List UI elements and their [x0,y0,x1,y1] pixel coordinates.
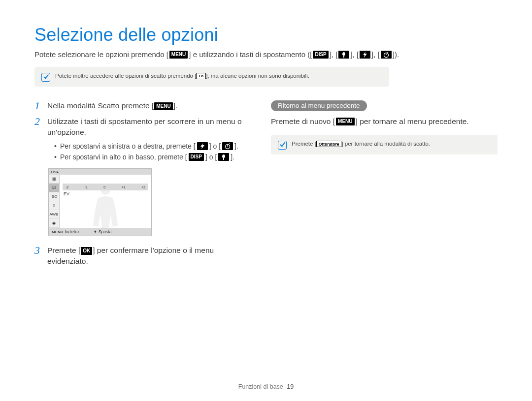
footer-section: Funzioni di base [238,383,283,390]
cs-ev-bar: -2 -1 0 +1 +2 [63,184,148,190]
timer-icon [381,51,392,59]
step2-text: Utilizzate i tasti di spostamento per sc… [47,117,242,136]
sub1-p2: ] o [ [209,141,221,152]
ev-tick-1: -1 [85,185,88,189]
note-box-shutter: Premete [Otturatore] per tornare alla mo… [271,135,498,154]
note-text-fn: Potete inoltre accedere alle opzioni di … [55,72,309,80]
step-2: 2 Utilizzate i tasti di spostamento per … [34,116,253,162]
cs-sbicon-3: ☺ [49,201,59,210]
cs-sbicon-5: ◉ [49,219,59,228]
sub1-p3: ]. [234,141,238,152]
step-1: 1 Nella modalità Scatto premete [MENU]. [34,100,253,111]
cs-footer-move: ✦Sposta [94,229,111,234]
cs-footer: MENUIndietro ✦Sposta [49,228,151,236]
step-2-body: Utilizzate i tasti di spostamento per sc… [47,116,253,162]
cs-sbicon-2: ISO [49,192,59,201]
section-pill: Ritorno al menu precedente [271,100,367,111]
menu-key-icon: MENU [154,102,172,110]
ok-key-icon: OK [81,247,92,255]
ev-tick-4: +2 [141,185,145,189]
footer-page-number: 19 [287,383,294,390]
step-2-sublist: Per spostarvi a sinistra o a destra, pre… [47,141,253,162]
ev-tick-3: +1 [122,185,126,189]
step-1-number: 1 [34,100,42,111]
intro-text-6: ]). [393,49,399,60]
cs-sbicon-0: ▦ [49,175,59,184]
menu-key-icon: MENU [336,118,354,125]
step-1-body: Nella modalità Scatto premete [MENU]. [47,100,177,111]
cs-body: ▦ ☑ ISO ☺ AWB ◉ -2 -1 [49,175,151,228]
flash-icon [197,142,208,150]
step2-sub2: Per spostarvi in alto o in basso, premet… [54,152,253,162]
flash-icon [360,51,370,59]
right-column: Ritorno al menu precedente Premete di nu… [271,100,498,272]
disp-key-icon: DISP [189,153,204,161]
timer-icon [222,142,233,150]
note-icon [41,73,50,82]
cs-footer-back-label: Indietro [65,229,79,234]
step-3-body: Premete [OK] per confermare l'opzione o … [47,245,253,267]
cs-footer-move-key: ✦ [94,230,97,234]
intro-text-5: ], [ [371,49,380,60]
ev-tick-0: -2 [66,185,68,189]
right-paragraph: Premete di nuovo [ MENU ] per tornare al… [271,116,498,127]
left-column: 1 Nella modalità Scatto premete [MENU]. … [34,100,253,272]
cs-footer-back-key: MENU [52,230,64,234]
page-footer: Funzioni di base 19 [0,383,532,390]
sub2-p1: Per spostarvi in alto o in basso, premet… [60,152,187,162]
step1-text1: Nella modalità Scatto premete [ [47,101,154,110]
camera-screen-illustration: Fn ▸ ▦ ☑ ISO ☺ AWB ◉ [48,168,152,236]
cs-ev-label: EV [64,191,69,196]
note2-p1: Premete [ [292,141,316,147]
cs-main: -2 -1 0 +1 +2 EV [60,175,151,228]
sub2-p2: ] o [ [205,152,217,162]
intro-text-2: ] e utilizzando i tasti di spostamento (… [189,49,312,60]
rp-1: Premete di nuovo [ [271,116,335,127]
shutter-key-icon: Otturatore [316,141,342,147]
cs-sbicon-4: AWB [49,210,59,219]
note-box-fn: Potete inoltre accedere alle opzioni di … [34,67,389,87]
note-text-shutter: Premete [Otturatore] per tornare alla mo… [292,140,430,148]
step-2-number: 2 [34,116,42,162]
note-icon [278,141,287,150]
macro-icon [218,153,229,161]
note1-part2: ], ma alcune opzioni non sono disponibil… [206,73,309,79]
menu-key-icon: MENU [169,51,188,59]
step3-text1: Premete [ [47,246,80,254]
fn-key-icon: Fn [196,73,206,79]
intro-text-3: ], [ [330,49,338,60]
note1-part1: Potete inoltre accedere alle opzioni di … [55,73,196,79]
note2-p2: ] per tornare alla modalità di scatto. [341,141,430,147]
cs-sidebar: ▦ ☑ ISO ☺ AWB ◉ [49,175,60,228]
intro-text-4: ], [ [350,49,359,60]
sub2-p3: ]. [231,152,234,162]
intro-text-1: Potete selezionare le opzioni premendo [ [34,49,168,60]
cs-fn-label: Fn ▸ [51,170,59,174]
intro-paragraph: Potete selezionare le opzioni premendo [… [34,49,498,60]
page: Selezione delle opzioni Potete seleziona… [0,0,532,401]
columns: 1 Nella modalità Scatto premete [MENU]. … [34,100,498,272]
page-title: Selezione delle opzioni [34,25,498,45]
step2-sub1: Per spostarvi a sinistra o a destra, pre… [54,141,253,152]
cs-sbicon-1: ☑ [49,184,59,192]
cs-footer-move-label: Sposta [99,229,111,234]
step1-text2: ]. [173,101,178,110]
cs-topbar: Fn ▸ [49,169,151,175]
disp-key-icon: DISP [313,51,328,59]
cs-footer-back: MENUIndietro [52,229,79,234]
rp-2: ] per tornare al menu precedente. [356,116,469,127]
ev-tick-2: 0 [103,185,105,189]
step-3: 3 Premete [OK] per confermare l'opzione … [34,245,253,267]
macro-icon [338,51,349,59]
sub1-p1: Per spostarvi a sinistra o a destra, pre… [60,141,196,152]
step-3-number: 3 [34,245,42,267]
